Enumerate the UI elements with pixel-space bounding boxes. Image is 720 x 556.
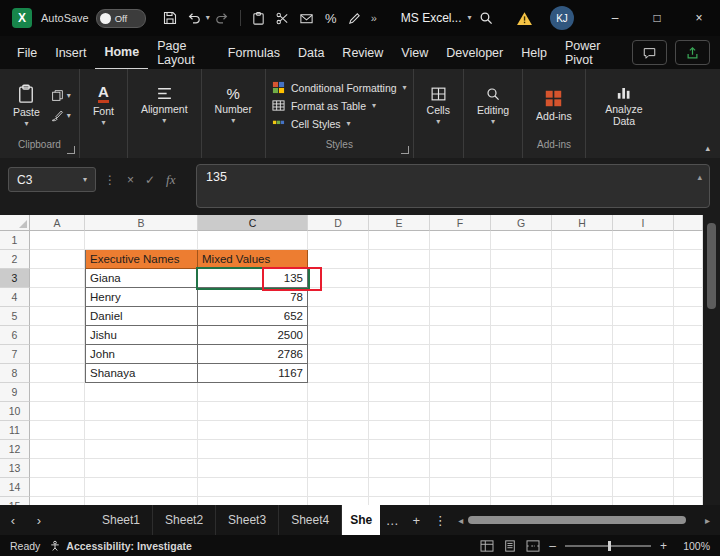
cell-A4[interactable]: [30, 288, 85, 307]
row-header-2[interactable]: 2: [0, 250, 30, 269]
row-header-13[interactable]: 13: [0, 459, 30, 478]
cell-C8[interactable]: 1167: [198, 364, 308, 383]
cell-E6[interactable]: [369, 326, 430, 345]
autosave-toggle[interactable]: Off: [96, 9, 146, 28]
cell-G3[interactable]: [491, 269, 552, 288]
cell-G12[interactable]: [491, 440, 552, 459]
cell-I11[interactable]: [613, 421, 674, 440]
cell-C12[interactable]: [198, 440, 308, 459]
cell-A12[interactable]: [30, 440, 85, 459]
undo-icon[interactable]: [182, 6, 206, 30]
menu-tab-formulas[interactable]: Formulas: [219, 36, 289, 69]
row-header-7[interactable]: 7: [0, 345, 30, 364]
cell-A8[interactable]: [30, 364, 85, 383]
cell-F10[interactable]: [430, 402, 491, 421]
cell-B3[interactable]: Giana: [85, 269, 198, 288]
cell-C14[interactable]: [198, 478, 308, 497]
sheet-tab-sheet3[interactable]: Sheet3: [216, 505, 279, 535]
accessibility-status[interactable]: Accessibility: Investigate: [49, 540, 191, 552]
row-header-8[interactable]: 8: [0, 364, 30, 383]
format-painter-button[interactable]: ▾: [51, 109, 71, 122]
cell-I12[interactable]: [613, 440, 674, 459]
cell-H1[interactable]: [552, 231, 613, 250]
cell-B12[interactable]: [85, 440, 198, 459]
cell-D10[interactable]: [308, 402, 369, 421]
zoom-out-icon[interactable]: –: [549, 539, 556, 553]
sheet-tab-she[interactable]: She: [342, 505, 380, 535]
more-sheets-icon[interactable]: …: [380, 505, 404, 535]
menu-tab-home[interactable]: Home: [95, 35, 148, 70]
cell-E7[interactable]: [369, 345, 430, 364]
formula-bar-collapse-icon[interactable]: ▴: [697, 172, 702, 182]
menu-tab-developer[interactable]: Developer: [437, 36, 512, 69]
cell-B13[interactable]: [85, 459, 198, 478]
cell-G9[interactable]: [491, 383, 552, 402]
cell-G10[interactable]: [491, 402, 552, 421]
col-header-H[interactable]: H: [552, 215, 613, 231]
cell-styles-button[interactable]: Cell Styles ▾: [272, 117, 407, 130]
collapse-ribbon-icon[interactable]: ▴: [705, 143, 710, 153]
cell-A1[interactable]: [30, 231, 85, 250]
cell-F12[interactable]: [430, 440, 491, 459]
minimize-button[interactable]: –: [594, 0, 636, 36]
cell-B5[interactable]: Daniel: [85, 307, 198, 326]
cell-A3[interactable]: [30, 269, 85, 288]
normal-view-icon[interactable]: [480, 540, 494, 552]
cell-B1[interactable]: [85, 231, 198, 250]
save-icon[interactable]: [158, 6, 182, 30]
cell-F5[interactable]: [430, 307, 491, 326]
cell-B11[interactable]: [85, 421, 198, 440]
cell-G15[interactable]: [491, 497, 552, 505]
cell-C15[interactable]: [198, 497, 308, 505]
cell-I15[interactable]: [613, 497, 674, 505]
confirm-entry-icon[interactable]: ✓: [145, 173, 155, 187]
sheet-tab-sheet1[interactable]: Sheet1: [90, 505, 153, 535]
cell-G2[interactable]: [491, 250, 552, 269]
sheet-tab-sheet2[interactable]: Sheet2: [153, 505, 216, 535]
cell-H14[interactable]: [552, 478, 613, 497]
cell-D13[interactable]: [308, 459, 369, 478]
cell-H3[interactable]: [552, 269, 613, 288]
search-icon[interactable]: [474, 6, 498, 30]
cell-F9[interactable]: [430, 383, 491, 402]
cell-C11[interactable]: [198, 421, 308, 440]
cell-G7[interactable]: [491, 345, 552, 364]
cell-F3[interactable]: [430, 269, 491, 288]
cell-F11[interactable]: [430, 421, 491, 440]
maximize-button[interactable]: □: [636, 0, 678, 36]
cell-G5[interactable]: [491, 307, 552, 326]
cell-D15[interactable]: [308, 497, 369, 505]
cell-D5[interactable]: [308, 307, 369, 326]
cell-I14[interactable]: [613, 478, 674, 497]
addins-button[interactable]: Add-ins: [529, 87, 579, 124]
cell-E14[interactable]: [369, 478, 430, 497]
sheet-tab-sheet4[interactable]: Sheet4: [279, 505, 342, 535]
qat-mail-icon[interactable]: [295, 6, 319, 30]
scroll-left-icon[interactable]: ◂: [458, 515, 463, 526]
cell-D14[interactable]: [308, 478, 369, 497]
cell-C13[interactable]: [198, 459, 308, 478]
cell-C2[interactable]: Mixed Values: [198, 250, 308, 269]
cell-I3[interactable]: [613, 269, 674, 288]
cell-E1[interactable]: [369, 231, 430, 250]
cell-C4[interactable]: 78: [198, 288, 308, 307]
cell-H8[interactable]: [552, 364, 613, 383]
cell-F2[interactable]: [430, 250, 491, 269]
cell-E4[interactable]: [369, 288, 430, 307]
cell-E12[interactable]: [369, 440, 430, 459]
styles-dialog-launcher-icon[interactable]: [401, 146, 409, 154]
cell-E10[interactable]: [369, 402, 430, 421]
row-header-14[interactable]: 14: [0, 478, 30, 497]
horizontal-scrollbar-thumb[interactable]: [468, 516, 686, 524]
cell-H5[interactable]: [552, 307, 613, 326]
page-break-view-icon[interactable]: [526, 540, 540, 552]
copy-button[interactable]: ▾: [51, 89, 71, 102]
cell-A5[interactable]: [30, 307, 85, 326]
qat-clipboard-icon[interactable]: [247, 6, 271, 30]
menu-tab-help[interactable]: Help: [512, 36, 556, 69]
cell-I5[interactable]: [613, 307, 674, 326]
cell-H11[interactable]: [552, 421, 613, 440]
font-button[interactable]: A Font ▾: [86, 82, 121, 129]
number-button[interactable]: % Number ▾: [208, 84, 259, 127]
menu-tab-file[interactable]: File: [8, 36, 46, 69]
